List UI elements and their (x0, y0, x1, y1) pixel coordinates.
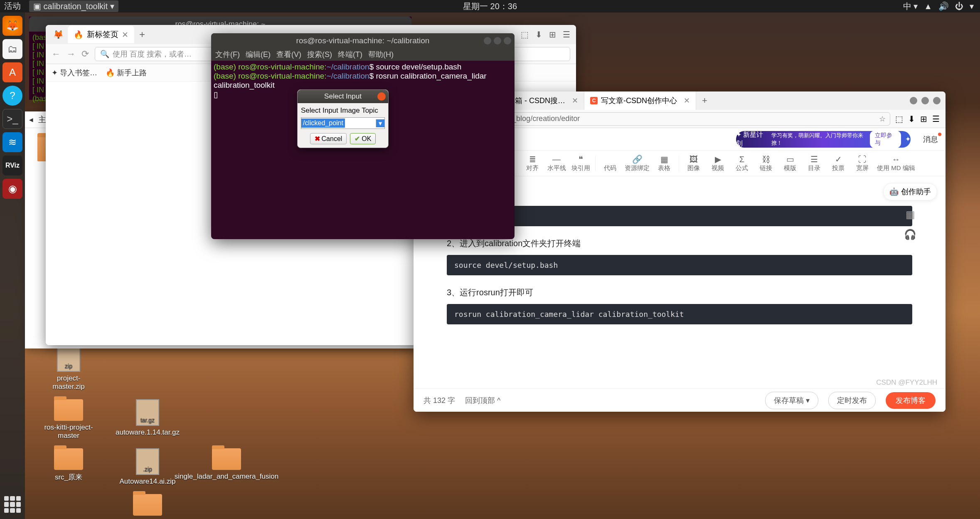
new-tab-button[interactable]: + (134, 29, 150, 40)
toolbar-表格[interactable]: ▦表格 (655, 154, 674, 172)
close-icon[interactable]: ✕ (684, 96, 690, 105)
menu-item[interactable]: 帮助(H) (368, 49, 394, 59)
maximize-button[interactable] (494, 37, 501, 44)
promo-banner[interactable]: ✦ 新星计划 学习有奖，萌新闪耀。入门导师带你来撩！ 立即参与 ✦ (736, 131, 911, 148)
toolbar-对齐[interactable]: ≣对齐 (523, 154, 542, 172)
volume-icon[interactable]: 🔊 (938, 1, 949, 11)
firefox-home-icon[interactable]: 🦊 (49, 30, 68, 40)
toolbar-图像[interactable]: 🖼图像 (684, 154, 703, 172)
toolbar-目录[interactable]: ☰目录 (805, 154, 824, 172)
screenshot-icon[interactable]: ⬚ (521, 30, 529, 40)
topic-value: /clicked_point (301, 119, 345, 128)
menu-icon[interactable]: ☰ (932, 114, 940, 124)
close-icon[interactable]: ✕ (572, 96, 578, 105)
dock-terminal[interactable]: >_ (2, 109, 22, 129)
toolbar-链接[interactable]: ⛓链接 (756, 154, 776, 172)
minimize-button[interactable] (484, 37, 491, 44)
activities-button[interactable]: 活动 (4, 0, 21, 12)
app-menu[interactable]: ▣ calibration_toolkit ▾ (29, 0, 118, 12)
desktop-file[interactable]: .zipAutoware14.ai.zip (121, 448, 175, 486)
reload-button[interactable]: ⟳ (81, 49, 89, 59)
desktop-folder[interactable]: Autoware14.ai (121, 494, 175, 519)
screenshot-icon[interactable]: ⬚ (895, 114, 903, 124)
tab-close-icon[interactable]: ✕ (122, 30, 128, 40)
network-icon[interactable]: ▲ (924, 2, 932, 11)
paragraph: 1、运行roscore (447, 189, 912, 200)
back-to-top[interactable]: 回到顶部 ^ (465, 395, 500, 405)
menu-item[interactable]: 搜索(S) (307, 49, 332, 59)
desktop-file[interactable]: zipproject-master.zip (42, 345, 96, 391)
toolbar-代码[interactable]: 代码 (601, 154, 620, 172)
toolbar-水平线[interactable]: —水平线 (547, 154, 566, 172)
show-applications[interactable] (4, 496, 21, 513)
code-block: source devel/setup.bash (447, 255, 912, 275)
dropdown-arrow-icon[interactable]: ▾ (376, 119, 384, 127)
toolbar-资源绑定[interactable]: 🔗资源绑定 (625, 154, 650, 172)
toolbar-公式[interactable]: Σ公式 (732, 154, 751, 172)
dock-rviz[interactable]: RViz (2, 156, 22, 175)
dock-software[interactable]: A (2, 62, 22, 82)
dock-help[interactable]: ? (2, 86, 22, 106)
top-bar: 活动 ▣ calibration_toolkit ▾ 星期一 20：36 中 ▾… (0, 0, 980, 12)
menu-item[interactable]: 文件(F) (215, 49, 240, 59)
desktop-icons: zipproject-master.zip ros-kitti-project-… (42, 345, 254, 519)
tab-favicon: 🔥 (74, 30, 84, 40)
word-count: 共 132 字 (424, 395, 455, 405)
toolbar-模版[interactable]: ▭模版 (781, 154, 800, 172)
bookmark-item[interactable]: 🔥 新手上路 (106, 68, 147, 78)
download-icon[interactable]: ⬇ (908, 114, 915, 124)
firefox-tab[interactable]: 🔥 新标签页 ✕ (68, 26, 134, 43)
desktop-file[interactable]: tar.gzautoware.1.14.tar.gz (121, 399, 175, 440)
csdn-tab-3[interactable]: C写文章-CSDN创作中心✕ (584, 91, 696, 110)
toolbar-块引用[interactable]: ❝块引用 (571, 154, 590, 172)
close-button[interactable] (504, 37, 511, 44)
dropdown-icon[interactable]: ▾ (970, 1, 974, 11)
forward-button[interactable]: → (66, 49, 76, 59)
ok-button[interactable]: ✔OK (350, 133, 376, 144)
power-icon[interactable]: ⏻ (955, 2, 963, 11)
menu-icon[interactable]: ☰ (563, 30, 570, 40)
desktop-folder[interactable]: ros-kitti-project-master (42, 399, 96, 440)
menu-item[interactable]: 终端(T) (338, 49, 362, 59)
bookmark-star-icon[interactable]: ☆ (879, 114, 886, 124)
menu-item[interactable]: 查看(V) (276, 49, 301, 59)
import-bookmarks[interactable]: ✦ 导入书签… (52, 68, 97, 78)
dialog-label: Select Input Image Topic (301, 106, 385, 115)
toolbar-宽屏[interactable]: ⛶宽屏 (853, 154, 872, 172)
toolbar-投票[interactable]: ✓投票 (829, 154, 848, 172)
back-button[interactable]: ← (52, 49, 61, 59)
new-tab-button[interactable]: + (696, 95, 713, 106)
dock-firefox[interactable]: 🦊 (2, 16, 22, 36)
clock[interactable]: 星期一 20：36 (463, 1, 517, 12)
maximize-button[interactable] (921, 97, 929, 104)
headset-icon[interactable]: 🎧 (904, 229, 916, 240)
account-icon[interactable]: ⊞ (549, 30, 556, 40)
join-button[interactable]: 立即参与 (870, 131, 901, 148)
close-button[interactable] (933, 97, 941, 104)
qrcode-icon[interactable]: ▦ (906, 209, 915, 220)
ime-indicator[interactable]: 中 ▾ (903, 1, 918, 12)
dock-vscode[interactable]: ≋ (2, 132, 22, 152)
dialog-close-button[interactable] (377, 92, 386, 101)
schedule-button[interactable]: 定时发布 (828, 392, 876, 409)
toolbar-使用 MD 编辑[interactable]: ↔使用 MD 编辑 (877, 154, 915, 172)
sidebar-icon[interactable]: ⊞ (920, 114, 927, 124)
dock: 🦊 🗂 A ? >_ ≋ RViz ◉ (0, 12, 25, 519)
dock-screenshot[interactable]: ◉ (2, 179, 22, 199)
minimize-button[interactable] (910, 97, 917, 104)
topic-dropdown[interactable]: /clicked_point ▾ (301, 117, 385, 129)
download-icon[interactable]: ⬇ (535, 30, 542, 40)
dock-files[interactable]: 🗂 (2, 39, 22, 59)
desktop-folder[interactable]: src_原来 (42, 448, 96, 486)
cancel-button[interactable]: ✖Cancel (310, 133, 347, 144)
menu-item[interactable]: 编辑(E) (246, 49, 271, 59)
publish-button[interactable]: 发布博客 (886, 392, 936, 409)
ai-assistant-button[interactable]: 🤖 创作助手 (883, 183, 937, 200)
search-icon: 🔍 (100, 49, 109, 59)
save-draft-button[interactable]: 保存草稿 ▾ (765, 392, 818, 409)
select-input-dialog: Select Input Select Input Image Topic /c… (297, 89, 389, 148)
paragraph: 2、进入到calibration文件夹打开终端 (447, 238, 912, 249)
messages-link[interactable]: 消息 (923, 134, 938, 144)
desktop-folder[interactable]: single_ladar_and_camera_fusion (199, 448, 254, 486)
toolbar-视频[interactable]: ▶视频 (708, 154, 727, 172)
